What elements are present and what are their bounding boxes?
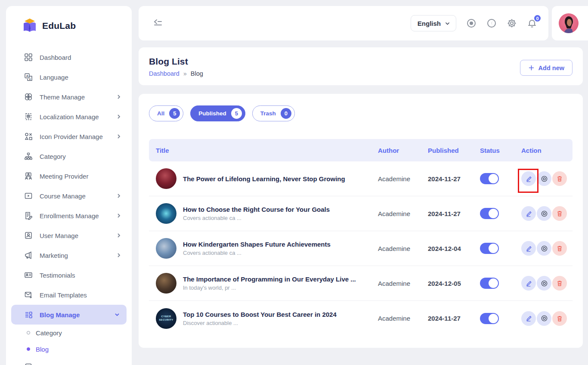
edit-button[interactable] — [521, 276, 536, 291]
toggle-knob — [489, 209, 498, 218]
sidebar-item-icon-provider-manage[interactable]: Icon Provider Manage — [6, 127, 132, 146]
delete-button[interactable] — [552, 276, 567, 291]
chevron-right-icon — [115, 212, 122, 219]
column-header-action: Action — [521, 147, 573, 154]
add-new-label: Add new — [538, 65, 564, 71]
map-pin-icon — [24, 112, 33, 121]
sidebar-item-label: Localization Manage — [40, 113, 115, 121]
blog-thumbnail — [156, 273, 176, 294]
table-header-row: Title Author Published Status Action — [149, 139, 573, 161]
notifications-bell-icon[interactable]: 0 — [527, 18, 537, 28]
sidebar-item-meeting-provider[interactable]: Meeting Provider — [6, 166, 132, 186]
sidebar-item-contacts[interactable]: Contacts — [6, 357, 132, 365]
sidebar-item-dashboard[interactable]: Dashboard — [6, 47, 132, 67]
table-row: The Power of Lifelong Learning, Never St… — [149, 161, 573, 196]
column-header-status: Status — [480, 147, 521, 154]
blog-title[interactable]: The Importance of Programming in Our Eve… — [183, 275, 356, 283]
sidebar-item-localization-manage[interactable]: Localization Manage — [6, 107, 132, 127]
top-header-bar: English 0 — [139, 6, 548, 40]
svg-text:A: A — [26, 74, 29, 78]
user-box-icon — [24, 231, 33, 240]
contact-icon — [24, 363, 33, 365]
status-toggle[interactable] — [480, 173, 499, 184]
chevron-down-icon — [445, 21, 450, 26]
delete-button[interactable] — [552, 241, 567, 256]
toggle-knob — [489, 244, 498, 253]
sidebar-item-blog-manage[interactable]: Blog Manage — [11, 305, 127, 325]
status-toggle[interactable] — [480, 278, 499, 289]
page-header: Blog List Dashboard » Blog Add new — [139, 47, 583, 85]
user-avatar[interactable] — [559, 13, 579, 33]
view-button[interactable] — [537, 206, 551, 221]
play-box-icon — [24, 192, 33, 201]
sidebar-item-language[interactable]: Ax Language — [6, 67, 132, 87]
edit-button[interactable] — [521, 206, 536, 221]
delete-button[interactable] — [552, 206, 567, 221]
blog-title[interactable]: Top 10 Courses to Boost Your Best Career… — [183, 311, 337, 318]
page-title: Blog List — [149, 56, 573, 67]
settings-gear-icon[interactable] — [507, 18, 517, 28]
edit-button[interactable] — [521, 171, 536, 186]
sidebar-item-label: Icon Provider Manage — [40, 133, 115, 140]
view-button[interactable] — [537, 311, 551, 326]
preview-eye-icon[interactable] — [466, 18, 477, 28]
sidebar-item-theme-manage[interactable]: Theme Manage — [6, 87, 132, 107]
blog-title[interactable]: The Power of Lifelong Learning, Never St… — [183, 175, 345, 182]
edit-button[interactable] — [521, 311, 536, 326]
translate-icon: Ax — [24, 73, 33, 82]
sidebar-item-label: Theme Manage — [40, 93, 115, 101]
sidebar-subitem-blog[interactable]: Blog — [6, 341, 132, 357]
table-row: How Kindergarten Shapes Future Achieveme… — [149, 231, 573, 266]
dark-mode-moon-icon[interactable] — [486, 18, 497, 28]
toggle-knob — [489, 278, 498, 288]
sidebar-item-email-templates[interactable]: Email Templates — [6, 285, 132, 305]
sidebar-item-testimonials[interactable]: Testimonials — [6, 265, 132, 285]
column-header-published: Published — [428, 147, 480, 154]
sidebar-item-marketing[interactable]: Marketing — [6, 245, 132, 265]
thumbnail-label: CYBER SECURITY — [156, 315, 176, 321]
filter-tab-all[interactable]: All 5 — [149, 105, 183, 121]
column-header-author: Author — [378, 147, 428, 154]
blog-list-panel: All 5 Published 5 Trash 0 Title Author P… — [139, 94, 583, 348]
blog-author: Academine — [378, 210, 428, 217]
sidebar-item-label: Meeting Provider — [40, 173, 122, 180]
view-button[interactable] — [537, 276, 551, 291]
sitemap-icon — [24, 152, 33, 161]
theme-icon — [24, 93, 33, 102]
sidebar-item-label: Course Manage — [40, 192, 115, 200]
sidebar-item-category[interactable]: Category — [6, 146, 132, 166]
status-toggle[interactable] — [480, 243, 499, 254]
filter-tab-trash[interactable]: Trash 0 — [252, 105, 295, 121]
sidebar-item-label: User Manage — [40, 232, 115, 239]
blog-title[interactable]: How Kindergarten Shapes Future Achieveme… — [183, 241, 331, 248]
sidebar-item-enrollments-manage[interactable]: Enrollments Manage — [6, 206, 132, 226]
delete-button[interactable] — [552, 311, 567, 326]
filter-count-badge: 5 — [169, 108, 180, 119]
blog-thumbnail: CYBER SECURITY — [156, 308, 176, 329]
mail-plus-icon — [24, 291, 33, 300]
edit-button[interactable] — [521, 241, 536, 256]
view-button[interactable] — [537, 241, 551, 256]
filter-tab-published[interactable]: Published 5 — [190, 105, 245, 121]
sidebar-subitem-category[interactable]: Category — [6, 325, 132, 341]
sidebar-collapse-icon[interactable] — [152, 18, 163, 28]
delete-button[interactable] — [552, 171, 567, 186]
blog-thumbnail — [156, 203, 176, 224]
add-new-button[interactable]: Add new — [520, 60, 573, 76]
sidebar-item-user-manage[interactable]: User Manage — [6, 226, 132, 245]
sidebar-item-label: Language — [40, 74, 122, 81]
blog-icon — [24, 310, 33, 319]
language-select[interactable]: English — [411, 15, 456, 31]
status-toggle[interactable] — [480, 313, 499, 324]
chevron-right-icon — [115, 252, 122, 259]
megaphone-icon — [24, 251, 33, 260]
breadcrumb-dashboard-link[interactable]: Dashboard — [149, 70, 179, 77]
breadcrumb: Dashboard » Blog — [149, 70, 573, 77]
view-button[interactable] — [537, 171, 551, 186]
filter-count-badge: 0 — [281, 108, 291, 119]
sidebar-subitem-label: Blog — [36, 346, 132, 353]
app-logo[interactable]: EduLab — [6, 16, 132, 35]
status-toggle[interactable] — [480, 208, 499, 219]
blog-title[interactable]: How to Choose the Right Course for Your … — [183, 206, 330, 213]
sidebar-item-course-manage[interactable]: Course Manage — [6, 186, 132, 206]
